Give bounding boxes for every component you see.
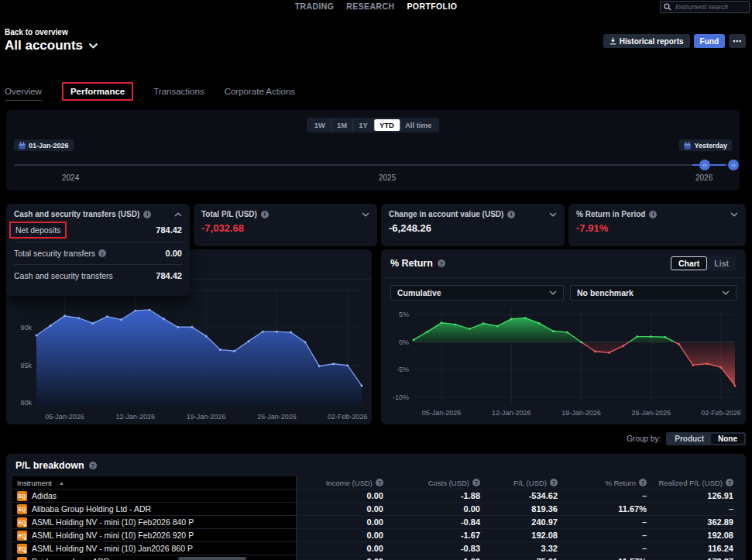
help-icon[interactable]: ? [438, 259, 445, 267]
realized-header-label: Realized P/L (USD) [658, 479, 723, 487]
costs-cell: 0.00 [390, 503, 486, 515]
timeline-start-handle[interactable]: ‹ › [699, 160, 710, 170]
column-header-realized[interactable]: Realized P/L (USD) ? [653, 476, 740, 489]
info-icon[interactable]: i [261, 211, 269, 218]
time-range-panel: 1W 1M 1Y YTD All time 01-Jan-2026 Yester… [6, 110, 740, 191]
cash-security-transfers-row: Cash and security transfers 784.42 [14, 264, 182, 287]
nav-item-trading[interactable]: TRADING [295, 2, 335, 11]
preset-all-time[interactable]: All time [400, 119, 437, 131]
back-to-overview-link[interactable]: Back to overview [5, 28, 68, 36]
tab-performance[interactable]: Performance [62, 82, 133, 101]
change-in-value-card[interactable]: Change in account value (USD) i -6,248.2… [381, 204, 565, 246]
preset-1y[interactable]: 1Y [353, 119, 374, 131]
instrument-search[interactable] [660, 1, 750, 13]
preset-1w[interactable]: 1W [309, 119, 331, 131]
instrument-cell[interactable]: EQ ASML Holding NV - mini (10) Jan2026 8… [12, 542, 297, 555]
chevron-down-icon[interactable] [549, 212, 557, 217]
group-by-none[interactable]: None [711, 434, 744, 444]
series-select-value: Cumulative [397, 288, 441, 297]
series-select[interactable]: Cumulative [390, 285, 564, 301]
timeline-end-handle[interactable]: ‹ › [728, 160, 739, 170]
info-icon[interactable]: i [649, 211, 657, 218]
total-pl-value: -7,032.68 [201, 222, 369, 234]
timeline-slider-track[interactable] [14, 164, 728, 166]
total-pl-card[interactable]: Total P/L (USD) i -7,032.68 [194, 204, 377, 246]
nav-item-portfolio[interactable]: PORTFOLIO [407, 2, 457, 11]
help-icon[interactable]: ? [376, 479, 383, 486]
instrument-cell[interactable]: EQ ASML Holding NV - mini (10) Feb2026 9… [12, 529, 297, 541]
column-header-costs[interactable]: Costs (USD) ? [390, 476, 486, 489]
toggle-list[interactable]: List [707, 257, 736, 270]
svg-text:85k: 85k [20, 362, 32, 369]
chevron-up-icon[interactable] [174, 212, 182, 217]
more-actions-button[interactable]: ⋯ [729, 34, 746, 48]
portfolio-tabs: Overview Performance Transactions Corpor… [5, 82, 295, 101]
toolbar-actions: Historical reports Fund ⋯ [603, 34, 746, 48]
chevron-down-icon[interactable] [362, 212, 369, 217]
column-header-income[interactable]: Income (USD) ? [297, 476, 390, 489]
horizontal-scrollbar-thumb[interactable] [178, 557, 246, 560]
pl-breakdown-card: P/L breakdown ? Instrument ▲ Income (USD… [6, 454, 746, 560]
table-row[interactable]: EQ Alibaba Group Holding Ltd - ADR 0.00 … [12, 503, 740, 516]
realized-cell: 116.24 [653, 542, 740, 555]
search-input[interactable] [674, 2, 743, 12]
income-cell: 0.00 [297, 490, 390, 502]
info-icon[interactable]: i [143, 211, 151, 218]
help-icon[interactable]: ? [639, 479, 647, 486]
instrument-cell[interactable]: EQ ASML Holding NV - mini (10) Feb2026 8… [12, 516, 297, 528]
percent-return-header: % Return ? Chart List [381, 249, 746, 278]
tab-overview[interactable]: Overview [5, 83, 42, 101]
help-icon[interactable]: ? [726, 479, 733, 486]
costs-cell: -0.83 [390, 542, 486, 555]
table-row[interactable]: EQ ASML Holding NV - mini (10) Feb2026 8… [12, 516, 740, 529]
toggle-chart[interactable]: Chart [671, 256, 707, 270]
nav-item-research[interactable]: RESEARCH [346, 2, 394, 11]
table-row[interactable]: EQ ASML Holding NV - mini (10) Feb2026 9… [12, 529, 740, 542]
preset-1m[interactable]: 1M [331, 119, 353, 131]
table-row[interactable]: EQ Baidu.com Inc. - ADR 0.00 -1.09 75.61… [12, 555, 740, 560]
column-header-instrument[interactable]: Instrument ▲ [12, 476, 297, 489]
svg-text:05-Jan-2026: 05-Jan-2026 [45, 413, 84, 421]
end-date-chip[interactable]: Yesterday [679, 139, 732, 151]
instrument-cell[interactable]: EQ Alibaba Group Holding Ltd - ADR [12, 503, 297, 515]
equity-type-icon: EQ [17, 491, 27, 501]
net-deposits-value: 784.42 [156, 225, 182, 235]
start-date-chip[interactable]: 01-Jan-2026 [14, 139, 74, 151]
instrument-cell[interactable]: EQ Adidas [12, 490, 297, 502]
svg-text:80k: 80k [20, 399, 32, 407]
group-by-product[interactable]: Product [668, 434, 711, 444]
tab-corporate-actions[interactable]: Corporate Actions [225, 83, 295, 100]
help-icon[interactable]: ? [550, 479, 558, 486]
table-row[interactable]: EQ Adidas 0.00 -1.88 -534.62 – 126.91 [12, 490, 740, 503]
svg-text:19-Jan-2026: 19-Jan-2026 [561, 409, 601, 417]
column-header-return[interactable]: % Return ? [564, 476, 653, 489]
transfers-summary-card[interactable]: Cash and security transfers (USD) i Net … [6, 204, 190, 296]
column-header-pl[interactable]: P/L (USD) ? [486, 476, 564, 489]
account-selector[interactable]: All accounts [5, 38, 98, 53]
account-selector-label: All accounts [5, 38, 83, 53]
cash-security-transfers-value: 784.42 [156, 271, 182, 280]
historical-reports-button[interactable]: Historical reports [603, 34, 690, 48]
info-icon[interactable]: i [507, 211, 515, 218]
info-icon[interactable]: i [98, 249, 106, 257]
help-icon[interactable]: ? [89, 462, 97, 469]
costs-cell: -1.88 [390, 490, 486, 502]
table-row[interactable]: EQ ASML Holding NV - mini (10) Jan2026 8… [12, 542, 740, 555]
equity-type-icon: EQ [17, 557, 27, 560]
transfers-card-header[interactable]: Cash and security transfers (USD) i [14, 210, 182, 218]
chevron-down-icon[interactable] [730, 212, 738, 217]
pl-breakdown-title: P/L breakdown ? [12, 460, 740, 476]
help-icon[interactable]: ? [472, 479, 480, 486]
preset-ytd[interactable]: YTD [374, 119, 400, 131]
group-by-control: Group by: Product None [627, 432, 746, 445]
return-cell: – [564, 516, 653, 528]
income-cell: 0.00 [297, 516, 390, 528]
fund-button[interactable]: Fund [694, 34, 725, 48]
benchmark-select[interactable]: No benchmark [570, 285, 737, 301]
period-return-card[interactable]: % Return in Period i -7.91% [568, 204, 746, 246]
net-deposits-row: Net deposits 784.42 [14, 218, 182, 242]
instrument-cell[interactable]: EQ Baidu.com Inc. - ADR [12, 555, 297, 560]
income-cell: 0.00 [297, 503, 390, 515]
equity-option-type-icon: EQ [17, 544, 27, 554]
tab-transactions[interactable]: Transactions [153, 83, 204, 100]
